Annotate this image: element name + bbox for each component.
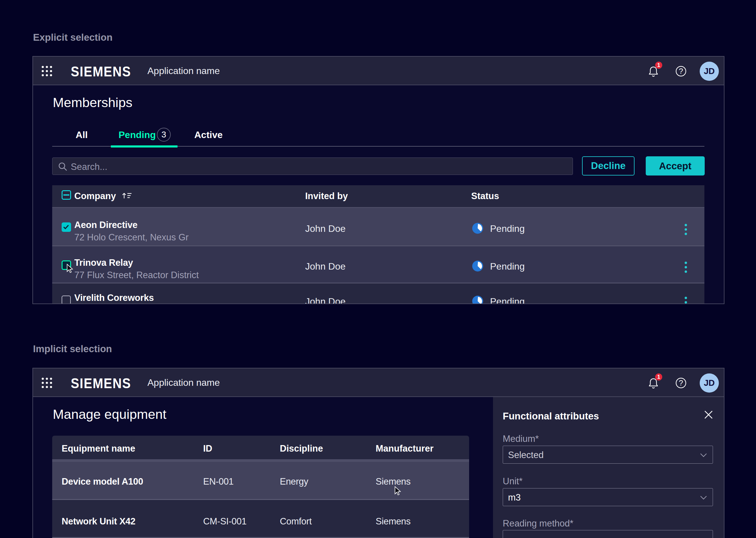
svg-text:?: ? xyxy=(679,378,683,387)
svg-text:?: ? xyxy=(679,67,683,76)
